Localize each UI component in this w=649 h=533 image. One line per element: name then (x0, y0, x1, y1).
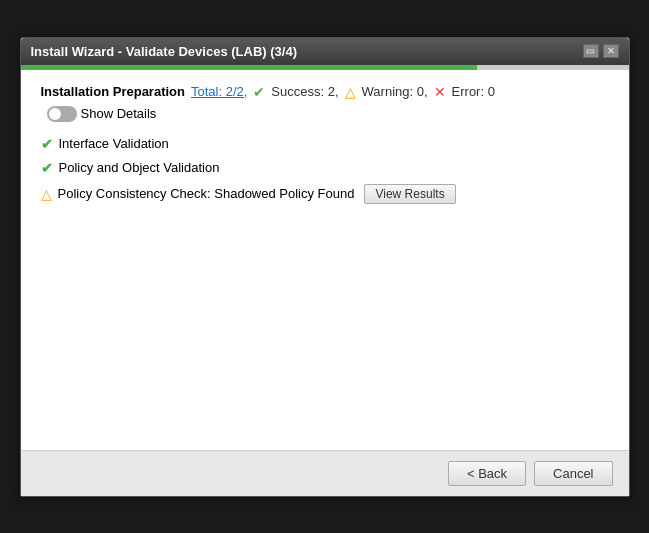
interface-validation-label: Interface Validation (59, 136, 169, 151)
close-button[interactable]: ✕ (603, 44, 619, 58)
warning-icon: △ (345, 84, 356, 100)
main-content: Installation Preparation Total: 2/2, ✔ S… (21, 70, 629, 450)
check-item-policy-object: ✔ Policy and Object Validation (41, 160, 609, 176)
warning-label: Warning: 0, (362, 84, 428, 99)
error-label: Error: 0 (452, 84, 495, 99)
section-label: Installation Preparation (41, 84, 185, 99)
show-details-toggle[interactable]: Show Details (47, 106, 157, 122)
minimize-button[interactable]: ▭ (583, 44, 599, 58)
policy-object-validation-label: Policy and Object Validation (59, 160, 220, 175)
cancel-button[interactable]: Cancel (534, 461, 612, 486)
window-title: Install Wizard - Validate Devices (LAB) … (31, 44, 297, 59)
toggle-switch[interactable] (47, 106, 77, 122)
error-icon: ✕ (434, 84, 446, 100)
check-icon-interface: ✔ (41, 136, 53, 152)
success-label: Success: 2, (271, 84, 338, 99)
title-bar: Install Wizard - Validate Devices (LAB) … (21, 38, 629, 65)
success-icon: ✔ (253, 84, 265, 100)
installation-header: Installation Preparation Total: 2/2, ✔ S… (41, 84, 609, 122)
warning-icon-consistency: △ (41, 186, 52, 202)
check-item-consistency: △ Policy Consistency Check: Shadowed Pol… (41, 184, 609, 204)
consistency-check-label: Policy Consistency Check: Shadowed Polic… (58, 186, 355, 201)
footer: < Back Cancel (21, 450, 629, 496)
back-button[interactable]: < Back (448, 461, 526, 486)
title-bar-controls: ▭ ✕ (583, 44, 619, 58)
check-icon-policy-object: ✔ (41, 160, 53, 176)
total-link[interactable]: Total: 2/2, (191, 84, 247, 99)
show-details-label: Show Details (81, 106, 157, 121)
view-results-button[interactable]: View Results (364, 184, 455, 204)
check-item-interface: ✔ Interface Validation (41, 136, 609, 152)
main-window: Install Wizard - Validate Devices (LAB) … (20, 37, 630, 497)
